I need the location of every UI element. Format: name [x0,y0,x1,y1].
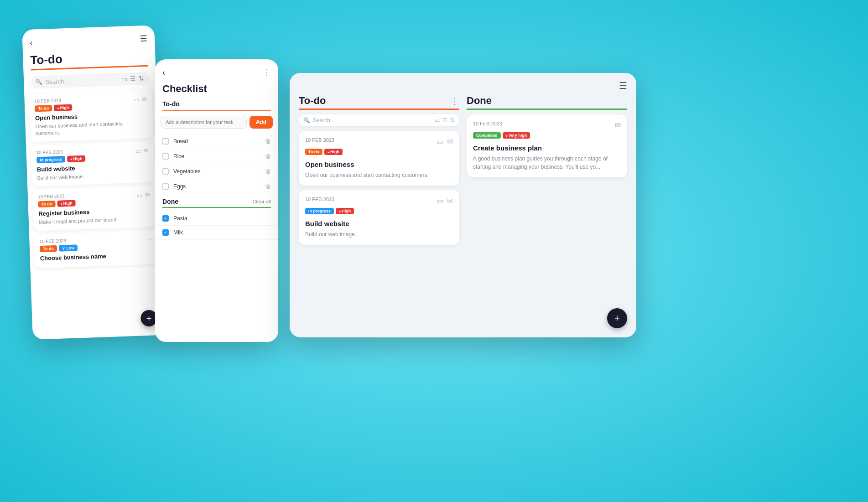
task-card[interactable]: 10 FEB 2023 To do ∨ Low ▭ Choose busines… [34,230,158,268]
back-icon[interactable]: ‹ [162,68,165,78]
search-actions: ▭ ☰ ⇅ [121,75,145,83]
checklist-item[interactable]: Vegetables 🗑 [155,164,278,179]
checkbox-checked[interactable]: ✓ [162,229,169,236]
column-header-todo: To-do ⋮ [299,95,459,107]
checklist-item-done[interactable]: ✓ Milk [155,226,278,240]
add-task-input[interactable] [161,116,247,129]
bookmark-icon[interactable]: ▭ [133,96,139,103]
checkbox-checked[interactable]: ✓ [162,215,169,222]
column-search-actions: ▭ ☰ ⇅ [435,117,455,124]
task-meta: 10 FEB 2023 To do ∨ Low [39,238,78,255]
screen1-todo-list: ‹ ☰ To-do 🔍 Search... ▭ ☰ ⇅ 10 FEB 2023 … [22,25,165,340]
checkbox[interactable] [162,138,169,145]
task-card-icons: ▭ ✉ [137,191,151,199]
bookmark-icon[interactable]: ▭ [437,197,443,205]
column-header-done: Done [467,95,627,107]
menu-icon[interactable]: ☰ [619,80,627,91]
screen3-main: ☰ To-do ⋮ 🔍 Search... ▭ ☰ ⇅ 10 FEB 2023 [290,73,636,337]
delete-icon[interactable]: 🗑 [265,183,271,190]
ltc-desc: Open our business and start contacting c… [305,171,453,179]
column-title-todo: To-do [299,95,326,107]
sort-icon[interactable]: ⇅ [139,75,145,82]
checklist-item[interactable]: Rice 🗑 [155,149,278,164]
bookmark-icon[interactable]: ▭ [121,75,128,83]
delete-icon[interactable]: 🗑 [265,168,271,175]
add-fab-screen3[interactable]: + [607,308,627,328]
large-task-card-done[interactable]: 10 FEB 2023 ✉ Completed Very high Create… [467,114,627,177]
add-button[interactable]: Add [249,116,273,129]
ltc-date: 10 FEB 2023 [473,121,502,126]
item-label: Eggs [173,183,265,190]
comment-icon[interactable]: ✉ [447,197,453,205]
bookmark-icon[interactable]: ▭ [437,137,443,146]
bookmark-icon[interactable]: ▭ [146,236,152,243]
comment-icon[interactable]: ✉ [145,191,151,198]
delete-icon[interactable]: 🗑 [265,138,271,145]
section-underline-green [162,207,271,208]
menu-icon[interactable]: ☰ [140,34,148,44]
done-section-header: Done Clear all [155,194,278,207]
menu-icon[interactable]: ⋮ [263,67,271,78]
task-badges: In progress High [36,155,86,163]
task-card-icons: ▭ ✉ [133,96,147,103]
column-title-done: Done [467,95,492,107]
bookmark-icon[interactable]: ▭ [135,147,141,154]
checkbox[interactable] [162,183,169,190]
large-task-card[interactable]: 10 FEB 2023 ▭ ✉ To do High Open business… [299,131,459,186]
ltc-desc: Build our web image. [305,230,453,238]
search-icon: 🔍 [36,79,42,86]
task-card-icons: ▭ [146,236,152,243]
badge-todo: To do [305,149,322,155]
badge-high: High [324,149,343,155]
checklist-item[interactable]: Bread 🗑 [155,134,278,149]
badge-completed: Completed [473,132,501,139]
filter-icon[interactable]: ☰ [442,117,447,124]
column-done: Done 10 FEB 2023 ✉ Completed Very high C… [467,95,627,325]
delete-icon[interactable]: 🗑 [265,153,271,160]
ltc-top: 10 FEB 2023 ▭ ✉ [305,197,453,205]
item-label: Pasta [173,215,271,222]
done-label: Done [162,198,178,205]
badge-low: ∨ Low [59,244,78,251]
item-label: Vegetables [173,168,265,175]
large-task-card[interactable]: 10 FEB 2023 ▭ ✉ In progress High Build w… [299,190,459,245]
ltc-date: 10 FEB 2023 [305,137,334,143]
section-underline-orange [162,110,271,111]
task-badges: In progress High [305,208,453,214]
badge-inprogress: In progress [36,156,65,163]
bookmark-icon[interactable]: ▭ [137,191,143,198]
task-desc: Make it legal and protect our brand. [39,215,151,226]
column-more-todo[interactable]: ⋮ [450,95,459,106]
task-card[interactable]: 10 FEB 2023 In progress High ▭ ✉ Build w… [31,141,155,186]
item-label: Milk [173,229,271,236]
comment-icon[interactable]: ✉ [143,147,149,154]
comment-icon[interactable]: ✉ [141,96,147,103]
task-date: 10 FEB 2023 [36,148,85,155]
task-card[interactable]: 10 FEB 2023 To do High ▭ ✉ Register busi… [32,186,157,231]
ltc-title: Build website [305,220,453,228]
checkbox[interactable] [162,153,169,160]
bookmark-icon[interactable]: ▭ [435,117,440,124]
sort-icon[interactable]: ⇅ [450,117,455,124]
comment-icon[interactable]: ✉ [447,137,453,146]
column-todo: To-do ⋮ 🔍 Search... ▭ ☰ ⇅ 10 FEB 2023 ▭ [299,95,459,325]
back-icon[interactable]: ‹ [30,38,33,47]
checkbox[interactable] [162,168,169,175]
task-card[interactable]: 10 FEB 2023 To do High ▭ ✉ Open business… [29,90,153,142]
search-bar: 🔍 Search... ▭ ☰ ⇅ [31,72,149,89]
task-meta: 10 FEB 2023 To do High [35,98,73,115]
column-search: 🔍 Search... ▭ ☰ ⇅ [299,114,459,126]
screen2-header: ‹ ⋮ [155,59,278,81]
ltc-top: 10 FEB 2023 ▭ ✉ [305,137,453,146]
checklist-item[interactable]: Eggs 🗑 [155,179,278,194]
ltc-top: 10 FEB 2023 ✉ [473,121,621,129]
screen3-content: To-do ⋮ 🔍 Search... ▭ ☰ ⇅ 10 FEB 2023 ▭ [290,95,636,334]
clear-all-button[interactable]: Clear all [253,199,271,204]
ltc-title: Create business plan [473,144,621,152]
ltc-icons: ▭ ✉ [437,197,453,205]
comment-icon[interactable]: ✉ [615,121,621,129]
filter-icon[interactable]: ☰ [130,75,136,83]
task-badges: Completed Very high [473,132,621,139]
ltc-desc: A good business plan guides you through … [473,155,621,171]
checklist-item-done[interactable]: ✓ Pasta [155,212,278,226]
